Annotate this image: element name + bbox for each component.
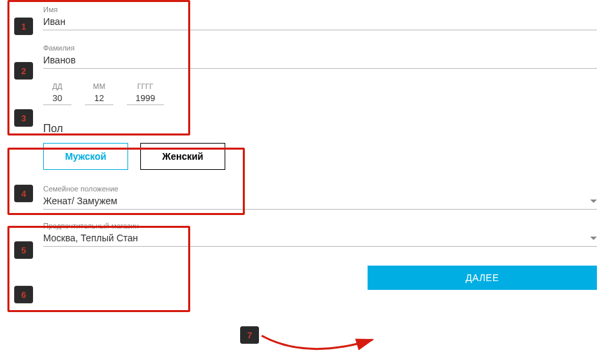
dob-year-col: ГГГГ <box>127 82 164 105</box>
annot-badge-4: 4 <box>14 185 33 202</box>
store-label: Предпочтительный магазин <box>43 222 597 230</box>
gender-female-button[interactable]: Женский <box>140 143 225 170</box>
caret-down-icon <box>590 200 597 203</box>
submit-row: ДАЛЕЕ <box>43 266 597 290</box>
dob-year-input[interactable] <box>127 92 164 105</box>
dob-day-col: ДД <box>43 82 71 105</box>
next-button[interactable]: ДАЛЕЕ <box>368 266 597 290</box>
marital-label: Семейное положение <box>43 185 597 193</box>
marital-select[interactable]: Женат/ Замужем <box>43 193 597 210</box>
caret-down-icon <box>590 237 597 240</box>
last-name-label: Фамилия <box>43 44 597 52</box>
annot-badge-7: 7 <box>240 326 259 344</box>
store-block: Предпочтительный магазин Москва, Теплый … <box>43 222 597 247</box>
last-name-block: Фамилия <box>43 44 597 69</box>
dob-month-input[interactable] <box>85 92 113 105</box>
dob-month-label: ММ <box>93 82 105 90</box>
gender-block: Пол Мужской Женский <box>43 123 597 170</box>
dob-day-input[interactable] <box>43 92 71 105</box>
marital-block: Семейное положение Женат/ Замужем <box>43 185 597 210</box>
dob-day-label: ДД <box>53 82 63 90</box>
first-name-input[interactable] <box>43 13 597 30</box>
last-name-input[interactable] <box>43 52 597 69</box>
dob-block: ДД ММ ГГГГ <box>43 82 597 105</box>
annot-badge-3: 3 <box>14 109 33 127</box>
store-value: Москва, Теплый Стан <box>43 233 138 243</box>
dob-year-label: ГГГГ <box>138 82 154 90</box>
annot-badge-6: 6 <box>14 286 33 303</box>
registration-form: Имя Фамилия ДД ММ ГГГГ Пол Мужской Женск… <box>43 0 597 290</box>
annot-badge-1: 1 <box>14 18 33 35</box>
gender-male-button[interactable]: Мужской <box>43 143 128 170</box>
annot-arrow-icon <box>259 332 380 359</box>
dob-month-col: ММ <box>85 82 113 105</box>
annot-badge-5: 5 <box>14 241 33 259</box>
marital-value: Женат/ Замужем <box>43 195 117 206</box>
first-name-block: Имя <box>43 5 597 30</box>
gender-title: Пол <box>43 123 597 135</box>
annot-badge-2: 2 <box>14 62 33 80</box>
first-name-label: Имя <box>43 5 597 13</box>
store-select[interactable]: Москва, Теплый Стан <box>43 230 597 247</box>
